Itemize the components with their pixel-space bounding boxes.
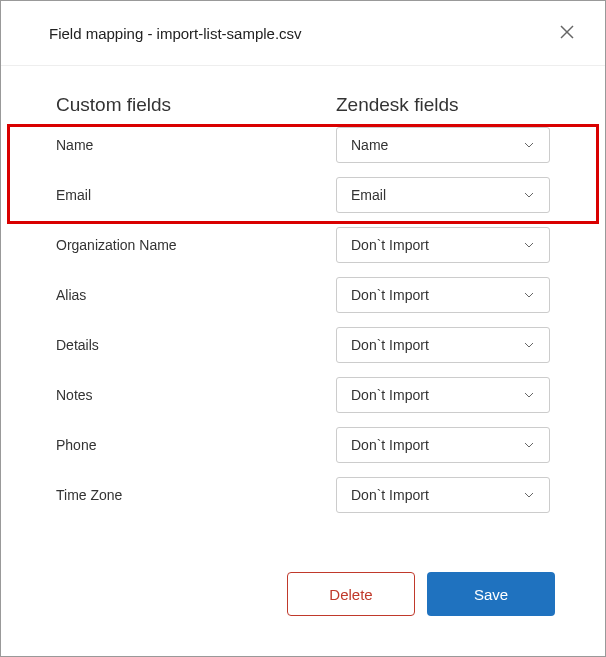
select-value: Don`t Import (351, 287, 429, 303)
chevron-down-icon (523, 489, 535, 501)
chevron-down-icon (523, 339, 535, 351)
select-value: Don`t Import (351, 487, 429, 503)
zendesk-fields-header: Zendesk fields (336, 94, 459, 116)
select-time-zone[interactable]: Don`t Import (336, 477, 550, 513)
select-value: Email (351, 187, 386, 203)
dialog-title: Field mapping - import-list-sample.csv (49, 25, 302, 42)
select-value: Don`t Import (351, 337, 429, 353)
mapping-rows: Name Name Email Email Organi (1, 120, 605, 520)
mapping-row-details: Details Don`t Import (1, 320, 605, 370)
delete-button[interactable]: Delete (287, 572, 415, 616)
dialog-content: Custom fields Zendesk fields Name Name E… (1, 66, 605, 552)
select-alias[interactable]: Don`t Import (336, 277, 550, 313)
chevron-down-icon (523, 439, 535, 451)
select-value: Name (351, 137, 388, 153)
close-button[interactable] (553, 19, 581, 47)
select-organization-name[interactable]: Don`t Import (336, 227, 550, 263)
row-label: Phone (56, 437, 336, 453)
mapping-row-name: Name Name (1, 120, 605, 170)
select-details[interactable]: Don`t Import (336, 327, 550, 363)
row-label: Email (56, 187, 336, 203)
row-label: Notes (56, 387, 336, 403)
chevron-down-icon (523, 289, 535, 301)
custom-fields-header: Custom fields (56, 94, 336, 116)
save-button[interactable]: Save (427, 572, 555, 616)
mapping-row-time-zone: Time Zone Don`t Import (1, 470, 605, 520)
select-email[interactable]: Email (336, 177, 550, 213)
select-value: Don`t Import (351, 387, 429, 403)
select-value: Don`t Import (351, 237, 429, 253)
dialog-footer: Delete Save (1, 552, 605, 656)
mapping-row-email: Email Email (1, 170, 605, 220)
select-value: Don`t Import (351, 437, 429, 453)
select-name[interactable]: Name (336, 127, 550, 163)
row-label: Alias (56, 287, 336, 303)
dialog-header: Field mapping - import-list-sample.csv (1, 1, 605, 66)
mapping-row-phone: Phone Don`t Import (1, 420, 605, 470)
columns-header: Custom fields Zendesk fields (1, 94, 605, 120)
row-label: Time Zone (56, 487, 336, 503)
select-notes[interactable]: Don`t Import (336, 377, 550, 413)
mapping-row-notes: Notes Don`t Import (1, 370, 605, 420)
select-phone[interactable]: Don`t Import (336, 427, 550, 463)
mapping-row-organization-name: Organization Name Don`t Import (1, 220, 605, 270)
chevron-down-icon (523, 239, 535, 251)
row-label: Name (56, 137, 336, 153)
chevron-down-icon (523, 189, 535, 201)
close-icon (560, 25, 574, 42)
row-label: Organization Name (56, 237, 336, 253)
chevron-down-icon (523, 389, 535, 401)
row-label: Details (56, 337, 336, 353)
chevron-down-icon (523, 139, 535, 151)
mapping-row-alias: Alias Don`t Import (1, 270, 605, 320)
field-mapping-dialog: Field mapping - import-list-sample.csv C… (1, 1, 605, 656)
